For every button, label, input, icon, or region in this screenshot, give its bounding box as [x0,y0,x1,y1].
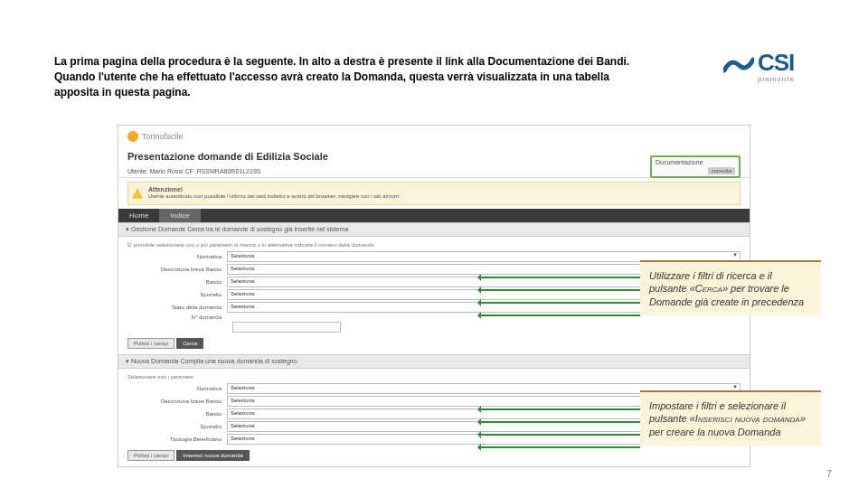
tab-indice[interactable]: Indice [159,209,200,222]
form-label: Bando [127,279,227,285]
brand-text: Torinofacile [142,132,184,141]
new-hint: Selezionare tutti i parametri [127,374,741,380]
form-label: Normativa [127,386,227,391]
num-domanda-label: N° domanda [127,314,227,320]
insert-button[interactable]: Inserisci nuova domanda [176,450,250,461]
logo-sub-text: piemonte [758,75,795,83]
documentation-box[interactable]: Documentazione consulta [650,155,741,178]
nav-tabs: Home Indice [118,209,750,222]
arrow-icon [479,289,640,291]
documentation-button[interactable]: consulta [708,167,735,174]
arrow-icon [479,302,640,304]
form-label: Normativa [127,254,227,259]
logo-main-text: CSI [758,49,795,77]
documentation-label: Documentazione [656,159,735,165]
arrow-icon [479,434,640,436]
form-label: Sportello [127,424,227,429]
warning-banner: Attenzione! Utente autenticato non possi… [127,182,741,205]
num-domanda-input[interactable] [232,322,341,333]
search-hint: E' possibile selezionare uno o più param… [127,242,741,248]
form-label: Stato della domanda [127,305,227,310]
form-label: Sportello [127,292,227,297]
clear-search-button[interactable]: Pulisci i campi [127,338,175,349]
arrow-icon [479,446,640,448]
new-section-head[interactable]: ▾ Nuova Domanda Compila una nuova domand… [118,354,750,369]
search-section-head[interactable]: ▾ Gestione Domande Cerca tra le domande … [118,222,750,237]
form-label: Descrizione breve Bando [127,267,227,272]
clear-new-button[interactable]: Pulisci i campi [127,450,175,461]
form-label: Tipologia Beneficiario [127,436,227,442]
page-number: 7 [826,468,832,479]
arrow-icon [479,314,640,316]
logo-wave-icon [723,52,754,80]
arrow-icon [479,277,640,278]
brand-icon [127,131,138,142]
callout-search: Utilizzare i filtri di ricerca e il puls… [640,260,821,315]
callout-new: Impostare i filtri e selezionare il puls… [640,390,821,446]
intro-paragraph: La prima pagina della procedura è la seg… [54,54,651,99]
warning-body: Utente autenticato non possibile l'utili… [148,193,401,200]
arrow-icon [479,421,640,423]
brand-bar: Torinofacile [118,126,750,147]
form-label: Descrizione breve Bando [127,399,227,404]
form-label: Bando [127,411,227,417]
warning-icon [132,188,143,199]
warning-title: Attenzione! [148,186,401,193]
arrow-icon [479,408,640,410]
search-button[interactable]: Cerca [176,338,203,349]
tab-home[interactable]: Home [118,209,159,222]
csi-logo: CSI piemonte [723,49,832,83]
